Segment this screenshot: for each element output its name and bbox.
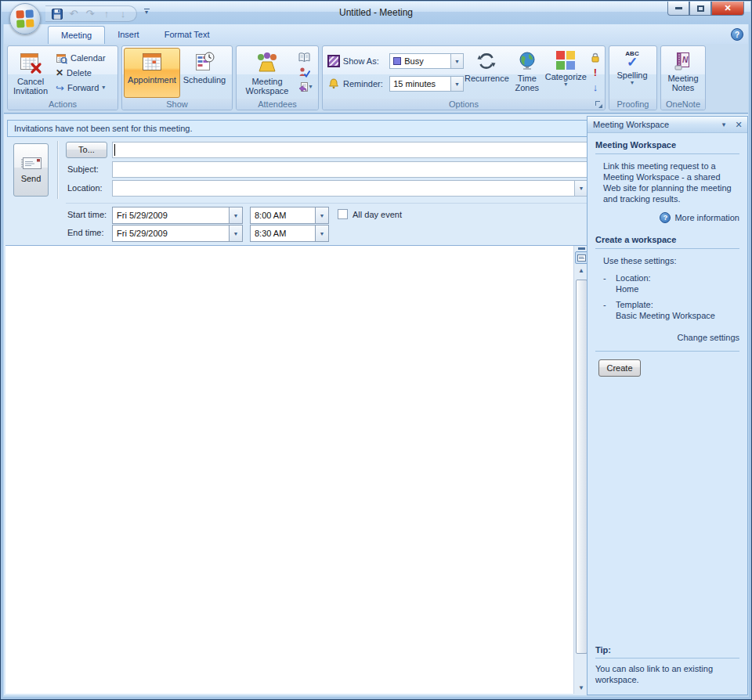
setting-template-value: Basic Meeting Workspace — [616, 310, 715, 321]
categorize-button[interactable]: Categorize ▾ — [544, 48, 588, 98]
message-body-area: ▲ ▼ — [5, 245, 588, 694]
group-show: Appointment Scheduling Show — [121, 45, 233, 110]
reminder-select[interactable]: 15 minutes ▼ — [389, 76, 464, 92]
redo-icon[interactable]: ↷ — [83, 7, 97, 20]
scroll-up-button[interactable]: ▲ — [575, 264, 588, 276]
spelling-abc-icon: ABC ✓ — [625, 51, 638, 68]
start-date-select[interactable]: Fri 5/29/2009 ▼ — [112, 207, 243, 224]
scroll-down-button[interactable]: ▼ — [575, 681, 588, 694]
split-handle[interactable] — [578, 247, 585, 250]
time-zones-button[interactable]: Time Zones — [510, 48, 544, 98]
divider — [66, 203, 588, 204]
group-options: Show As: Busy ▼ Reminder: 15 minutes ▼ — [322, 45, 606, 110]
pane-body: Meeting Workspace Link this meeting requ… — [588, 133, 747, 695]
view-ruler-button[interactable] — [575, 251, 588, 264]
tip-text: You can also link to an existing workspa… — [595, 663, 739, 685]
delete-button[interactable]: ✕ Delete — [53, 66, 114, 80]
chevron-down-icon: ▼ — [315, 226, 328, 241]
envelope-icon — [20, 157, 42, 170]
subject-input[interactable] — [112, 161, 588, 178]
quick-access-toolbar: ↶ ↷ ↑ ↓ — [45, 5, 137, 22]
customize-qat-button[interactable]: ▾ — [141, 9, 152, 14]
forward-icalendar-button[interactable]: ▾ — [297, 80, 314, 94]
end-date-select[interactable]: Fri 5/29/2009 ▼ — [112, 225, 243, 242]
maximize-button[interactable] — [689, 2, 711, 16]
all-day-checkbox[interactable] — [338, 209, 348, 219]
group-attendees: Meeting Workspace ▾ Attendees — [236, 45, 319, 110]
to-input[interactable] — [112, 142, 588, 158]
meeting-workspace-icon — [255, 51, 280, 74]
reminder-bell-icon — [327, 78, 340, 90]
next-item-icon[interactable]: ↓ — [116, 7, 130, 20]
onenote-icon: N — [673, 51, 693, 71]
forward-icalendar-icon — [298, 81, 309, 92]
undo-icon[interactable]: ↶ — [67, 7, 81, 20]
appointment-button[interactable]: Appointment — [124, 48, 180, 98]
ribbon: Cancel Invitation Calendar ✕ Delete ↪ Fo… — [4, 44, 748, 114]
scrollbar-thumb[interactable] — [576, 280, 588, 654]
meeting-workspace-button[interactable]: Meeting Workspace — [238, 48, 296, 98]
office-logo-icon — [16, 9, 34, 27]
location-dropdown-button[interactable]: ▼ — [574, 181, 588, 196]
pane-description: Link this meeting request to a Meeting W… — [603, 161, 739, 204]
meeting-window: ↶ ↷ ↑ ↓ ▾ Untitled - Meeting ✕ Meeting I… — [0, 0, 752, 700]
close-button[interactable]: ✕ — [711, 2, 744, 16]
location-input[interactable] — [112, 180, 588, 197]
request-responses-button[interactable] — [297, 65, 311, 79]
meeting-notes-button[interactable]: N Meeting Notes — [663, 48, 703, 98]
close-icon: ✕ — [735, 120, 742, 130]
main-area: Invitations have not been sent for this … — [4, 114, 748, 695]
calendar-button[interactable]: Calendar — [53, 51, 114, 65]
options-dialog-launcher[interactable] — [595, 101, 602, 108]
chevron-down-icon: ▼ — [229, 226, 242, 241]
create-workspace-button[interactable]: Create — [598, 359, 641, 377]
send-button[interactable]: Send — [13, 143, 49, 197]
subject-label: Subject: — [67, 164, 99, 174]
previous-item-icon[interactable]: ↑ — [99, 7, 114, 20]
show-as-select[interactable]: Busy ▼ — [389, 53, 464, 69]
tab-meeting[interactable]: Meeting — [48, 26, 105, 44]
location-field: ▼ — [112, 180, 588, 197]
recurrence-button[interactable]: Recurrence — [464, 48, 510, 98]
cancel-invitation-button[interactable]: Cancel Invitation — [9, 48, 52, 98]
tab-format-text[interactable]: Format Text — [152, 26, 222, 44]
busy-swatch-icon — [393, 57, 401, 65]
save-icon[interactable] — [50, 7, 64, 20]
start-time-select[interactable]: 8:00 AM ▼ — [250, 207, 329, 224]
minimize-button[interactable] — [667, 2, 689, 16]
pane-menu-button[interactable]: ▾ — [718, 118, 730, 131]
more-information-link[interactable]: More information — [674, 212, 739, 223]
message-body[interactable] — [5, 246, 573, 694]
group-label-actions: Actions — [8, 99, 118, 110]
private-button[interactable] — [588, 50, 602, 64]
high-importance-button[interactable]: ! — [588, 65, 602, 79]
group-actions: Cancel Invitation Calendar ✕ Delete ↪ Fo… — [7, 45, 118, 110]
to-button[interactable]: To... — [66, 142, 107, 158]
office-button[interactable] — [9, 3, 41, 34]
info-bar: Invitations have not been sent for this … — [7, 120, 588, 137]
pane-title: Meeting Workspace — [588, 120, 718, 129]
group-onenote: N Meeting Notes OneNote — [660, 45, 706, 110]
person-check-icon — [298, 67, 310, 78]
ribbon-tab-row: Meeting Insert Format Text ? — [4, 24, 748, 44]
meeting-workspace-pane: Meeting Workspace ▾ ✕ Meeting Workspace … — [587, 116, 748, 695]
forward-button[interactable]: ↪ Forward ▾ — [53, 81, 114, 95]
help-button[interactable]: ? — [731, 28, 743, 41]
tab-insert[interactable]: Insert — [105, 26, 152, 44]
spelling-button[interactable]: ABC ✓ Spelling ▾ — [611, 48, 653, 98]
scheduling-icon — [193, 51, 215, 73]
chevron-down-icon: ▾ — [309, 84, 312, 90]
end-time-select[interactable]: 8:30 AM ▼ — [250, 225, 329, 242]
change-settings-link[interactable]: Change settings — [678, 332, 740, 343]
low-importance-button[interactable]: ↓ — [588, 80, 602, 94]
categorize-icon — [556, 51, 575, 70]
forward-icon: ↪ — [56, 82, 64, 94]
show-as-label: Show As: — [343, 56, 386, 66]
window-title: Untitled - Meeting — [339, 7, 413, 18]
pane-close-button[interactable]: ✕ — [732, 118, 745, 131]
scheduling-button[interactable]: Scheduling — [180, 48, 229, 98]
setting-location: - Location: — [603, 272, 739, 283]
address-book-button[interactable] — [297, 50, 311, 64]
tip-block: Tip: You can also link to an existing wo… — [595, 644, 739, 685]
chevron-down-icon: ▾ — [631, 80, 634, 86]
